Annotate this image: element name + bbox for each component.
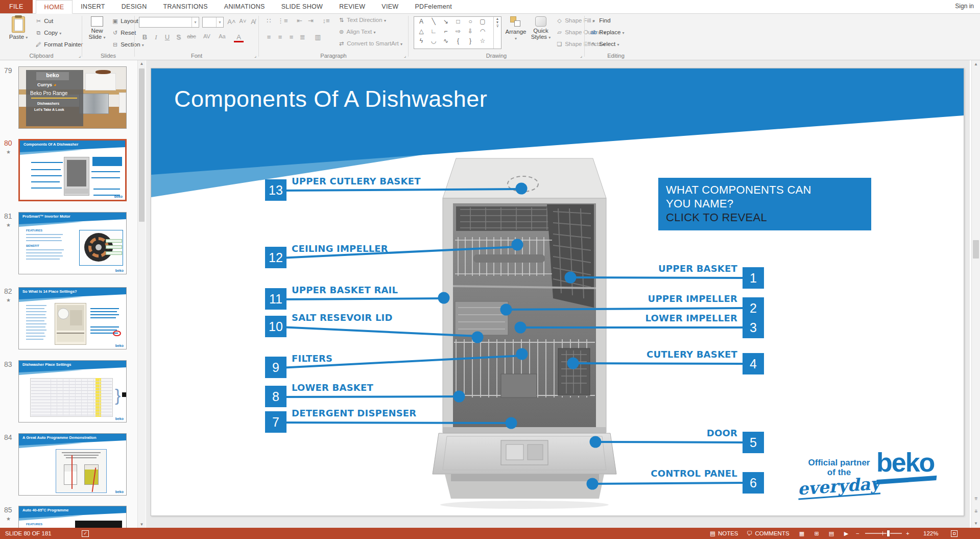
slide-canvas[interactable]: Components Of A Dishwasher WHAT COMPONEN… — [151, 68, 964, 516]
align-center-button[interactable]: ≡ — [275, 33, 285, 41]
callout-label-cutlery-basket[interactable]: CUTLERY BASKET — [508, 349, 737, 360]
main-scrollbar[interactable]: ▲ ⇈ ⇊ ▼ — [971, 60, 980, 528]
numbering-button[interactable]: ⋮≡ — [277, 17, 287, 25]
next-slide-button[interactable]: ⇊ — [972, 509, 980, 513]
callout-number-2[interactable]: 2 — [743, 297, 764, 319]
cut-button[interactable]: ✂ Cut — [35, 18, 53, 25]
justify-button[interactable]: ≣ — [298, 33, 307, 41]
format-painter-button[interactable]: 🖉 Format Painter — [35, 41, 83, 48]
scroll-up-icon[interactable]: ▲ — [972, 62, 980, 66]
shape-option-10[interactable]: ⇩ — [464, 27, 476, 36]
tab-slide-show[interactable]: SLIDE SHOW — [273, 0, 331, 13]
italic-button[interactable]: I — [151, 33, 161, 41]
change-case-button[interactable]: Aa — [216, 33, 229, 39]
zoom-in-button[interactable]: + — [906, 528, 910, 539]
tab-home[interactable]: HOME — [36, 0, 73, 14]
panel-scrollbar[interactable]: ▲ ▼ — [137, 60, 146, 528]
shape-option-9[interactable]: ⇨ — [452, 27, 464, 36]
text-direction-button[interactable]: ⇅ Text Direction ▾ — [338, 17, 386, 24]
shape-option-13[interactable]: ◡ — [427, 36, 440, 46]
slide-thumbnail-85[interactable]: Auto 40-65°C Programme bekoFEATURES — [18, 506, 127, 528]
new-slide-button[interactable]: New Slide ▾ — [84, 16, 110, 40]
copy-button[interactable]: ⧉ Copy ▾ — [35, 30, 61, 36]
panel-scroll-up-icon[interactable]: ▲ — [138, 61, 146, 66]
shape-option-17[interactable]: ☆ — [476, 36, 489, 46]
character-spacing-button[interactable]: AV — [200, 33, 213, 39]
tab-review[interactable]: REVIEW — [331, 0, 373, 13]
font-dialog-launcher[interactable]: ⌟ — [254, 53, 256, 58]
zoom-slider-handle[interactable] — [887, 530, 890, 537]
panel-scroll-down-icon[interactable]: ▼ — [138, 522, 146, 527]
zoom-out-button[interactable]: − — [856, 528, 859, 539]
callout-label-lower-basket[interactable]: LOWER BASKET — [292, 382, 373, 393]
select-button[interactable]: ⇖ Select ▾ — [590, 41, 619, 48]
underline-button[interactable]: U — [162, 33, 172, 41]
strikethrough-button[interactable]: abc — [185, 33, 198, 39]
shapes-gallery-scroll[interactable]: ▲▼⊽ — [493, 17, 501, 49]
arrange-button[interactable]: Arrange ▾ — [504, 16, 528, 41]
font-size-combobox[interactable]: ▾ — [202, 17, 224, 28]
callout-label-ceiling-impeller[interactable]: CEILING IMPELLER — [292, 243, 388, 254]
zoom-percentage-button[interactable]: 122% — [923, 528, 938, 539]
font-name-dropdown-icon[interactable]: ▾ — [192, 17, 199, 27]
callout-number-10[interactable]: 10 — [265, 316, 286, 337]
callout-number-6[interactable]: 6 — [743, 472, 764, 494]
slide-sorter-view-button[interactable]: ⊞ — [810, 530, 823, 537]
callout-number-5[interactable]: 5 — [743, 432, 764, 453]
paragraph-dialog-launcher[interactable]: ⌟ — [404, 53, 406, 58]
callout-number-9[interactable]: 9 — [265, 357, 286, 378]
previous-slide-button[interactable]: ⇈ — [972, 497, 980, 501]
slide-thumbnail-81[interactable]: ProSmart™ Inverter Motor bekoFEATURESBEN… — [18, 212, 127, 274]
tab-view[interactable]: VIEW — [373, 0, 407, 13]
clear-formatting-button[interactable]: A̸ — [248, 18, 258, 26]
notes-button[interactable]: ▤ NOTES — [710, 528, 738, 539]
callout-label-upper-cutlery-basket[interactable]: UPPER CUTLERY BASKET — [292, 176, 421, 186]
spell-check-button[interactable]: ✓ — [82, 528, 89, 539]
shape-option-2[interactable]: ↘ — [440, 17, 452, 27]
drawing-dialog-launcher[interactable]: ⌟ — [580, 53, 582, 58]
reading-view-button[interactable]: ▤ — [825, 530, 838, 537]
callout-label-control-panel[interactable]: CONTROL PANEL — [508, 468, 737, 479]
slide-thumbnail-83[interactable]: Dishwasher Place Settings beko } — [18, 360, 127, 423]
convert-smartart-button[interactable]: ⇄ Convert to SmartArt ▾ — [338, 40, 402, 47]
decrease-indent-button[interactable]: ⇤ — [295, 17, 304, 25]
shape-option-6[interactable]: △ — [415, 27, 427, 36]
zoom-slider[interactable] — [865, 528, 902, 539]
callout-number-11[interactable]: 11 — [265, 288, 286, 310]
font-color-button[interactable]: A — [234, 33, 244, 42]
callout-number-7[interactable]: 7 — [265, 411, 286, 433]
slide-indicator[interactable]: SLIDE 80 OF 181 — [5, 528, 52, 539]
sign-in-link[interactable]: Sign in — [955, 3, 974, 10]
scroll-down-icon[interactable]: ▼ — [972, 521, 980, 526]
callout-label-salt-resevoir-lid[interactable]: SALT RESEVOIR LID — [292, 312, 393, 323]
find-button[interactable]: ⌕ Find — [590, 17, 611, 24]
tab-insert[interactable]: INSERT — [73, 0, 113, 13]
align-left-button[interactable]: ≡ — [264, 33, 274, 41]
increase-indent-button[interactable]: ⇥ — [306, 17, 316, 25]
callout-number-13[interactable]: 13 — [265, 179, 286, 201]
slide-thumbnail-80[interactable]: Components Of A Dishwasher beko — [18, 139, 127, 201]
shape-option-8[interactable]: ⌐ — [440, 27, 452, 36]
line-spacing-button[interactable]: ↕≡ — [321, 17, 331, 25]
bullets-button[interactable]: ∷ — [264, 17, 274, 25]
shape-option-5[interactable]: ▢ — [476, 17, 489, 27]
grow-font-button[interactable]: A˄ — [227, 18, 236, 26]
align-text-button[interactable]: ⊜ Align Text ▾ — [338, 29, 375, 35]
main-scrollbar-thumb[interactable] — [973, 240, 979, 259]
callout-number-8[interactable]: 8 — [265, 386, 286, 407]
bold-button[interactable]: B — [140, 33, 150, 41]
slide-thumbnail-79[interactable]: beko Currys ◕ Beko Pro Range Dishwashers… — [18, 66, 127, 129]
clipboard-dialog-launcher[interactable]: ⌟ — [79, 53, 81, 58]
align-right-button[interactable]: ≡ — [286, 33, 296, 41]
text-shadow-button[interactable]: S — [174, 33, 183, 41]
tab-pdfelement[interactable]: PDFelement — [407, 0, 460, 13]
panel-scrollbar-thumb[interactable] — [139, 68, 145, 222]
callout-label-upper-basket-rail[interactable]: UPPER BASKET RAIL — [292, 285, 398, 295]
font-size-dropdown-icon[interactable]: ▾ — [216, 17, 223, 27]
callout-label-upper-basket[interactable]: UPPER BASKET — [508, 263, 737, 274]
slide-thumbnail-84[interactable]: A Great Auto Programme Demonstration bek… — [18, 433, 127, 496]
paste-button[interactable]: Paste ▾ — [5, 16, 32, 40]
callout-number-4[interactable]: 4 — [743, 353, 764, 374]
callout-label-lower-impeller[interactable]: LOWER IMPELLER — [508, 313, 737, 323]
tab-animations[interactable]: ANIMATIONS — [216, 0, 273, 13]
